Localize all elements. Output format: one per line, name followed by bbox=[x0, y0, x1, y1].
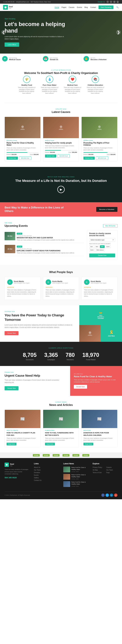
power-image-bottom: 🎗️ Join Now bbox=[79, 325, 122, 342]
nav-contact[interactable]: Contact bbox=[90, 6, 96, 8]
footer-link-4[interactable]: Gallery bbox=[34, 477, 59, 478]
footer-link-3[interactable]: Events bbox=[34, 474, 59, 476]
urgent-pretitle: Donate Now bbox=[5, 372, 65, 373]
explore-link-2[interactable]: Terms of Use bbox=[93, 472, 104, 474]
news-read-more-2[interactable]: Read More bbox=[83, 443, 93, 446]
top-bar-left: +1 34-245-03-09 info@SoolHart.com 567 Hu… bbox=[3, 1, 51, 3]
twitter-icon[interactable]: t bbox=[110, 0, 112, 3]
footer-link-1[interactable]: Our Team bbox=[34, 469, 59, 471]
cause-donate-btn-2[interactable]: Donate Now bbox=[83, 156, 95, 160]
explore-link-1[interactable]: Sit Map bbox=[93, 469, 104, 471]
news-article-title-2: DONATION IS HOPE FOR POOR HELPLESS CHILD… bbox=[83, 432, 115, 436]
cause-detail-btn-2[interactable]: $25,000 Goal bbox=[96, 156, 108, 160]
testimonial-stars-2: ★★★★★ bbox=[84, 286, 115, 288]
nav-home[interactable]: Home bbox=[55, 6, 59, 8]
footer-link-5[interactable]: Contact Us bbox=[34, 480, 59, 481]
cause-donate-btn-1[interactable]: Donate Now bbox=[45, 154, 56, 158]
power-donate-button[interactable]: Donate Now bbox=[5, 331, 19, 335]
cause-category-0: Education Cause bbox=[7, 140, 39, 141]
news-body-2: Donation DONATION IS HOPE FOR POOR HELPL… bbox=[82, 428, 117, 447]
hero-description: Lorem ipsum dolor sit amet adipiscing el… bbox=[5, 36, 66, 40]
cause-title-1: Helping hand for needy people bbox=[45, 142, 77, 144]
footer-google-icon[interactable]: g bbox=[114, 494, 117, 497]
hero-learn-more-button[interactable]: Learn More bbox=[5, 42, 19, 47]
linkedin-icon[interactable]: in bbox=[113, 0, 115, 3]
urgent-donate-button[interactable]: Donate Now bbox=[5, 386, 19, 390]
logo-text-container: Sool Hart bbox=[9, 6, 13, 9]
nav-causes[interactable]: Causes bbox=[69, 6, 74, 8]
event-desc-1: There are many variations of passages of… bbox=[17, 252, 75, 254]
footer-twitter-icon[interactable]: t bbox=[105, 494, 109, 497]
news-read-more-0[interactable]: Read More bbox=[7, 443, 17, 446]
cause-raised-2: Raised: $20,000 bbox=[83, 154, 93, 155]
footer-news-text-1: Raise Fund for Clean & Healthy Water 15 … bbox=[71, 474, 88, 480]
number-value-0: 8,705 bbox=[23, 352, 37, 358]
cta-volunteer-button[interactable]: Become a Volunteer bbox=[96, 207, 117, 212]
cause-progress-fill-2 bbox=[83, 152, 107, 153]
intro-label: A Little Introduction bbox=[5, 70, 117, 71]
footer-link-0[interactable]: About Us bbox=[34, 466, 59, 468]
explore-link-3[interactable]: Careers bbox=[106, 466, 117, 468]
numbers-section: Numbers Speak Everything 8,705 Successor… bbox=[0, 342, 122, 366]
hero-arrow-left[interactable]: ❮ bbox=[1, 30, 6, 34]
footer-news-image-0 bbox=[63, 466, 70, 472]
pillar-desc-1: There are many variations of passages of… bbox=[40, 86, 59, 94]
feature-text-0: Start Donating Medical Cause bbox=[9, 57, 21, 60]
number-item-1: 3,365 Campaigns bbox=[44, 352, 58, 360]
urgent-right-donate-button[interactable]: Donate Now bbox=[74, 385, 87, 389]
donate-amounts: $20 $40 $80 $100 $150 $500 above bbox=[89, 245, 115, 252]
news-read-more-1[interactable]: Read More bbox=[45, 443, 55, 446]
search-icon[interactable]: 🔍 bbox=[116, 6, 119, 9]
donate-now-button[interactable]: Donate Now bbox=[89, 254, 115, 257]
play-button[interactable]: ▶ bbox=[57, 186, 65, 193]
pillar-2: ❤️ Medical Care There are many variation… bbox=[63, 76, 82, 94]
footer-logo-text: Sool Hart bbox=[10, 463, 14, 466]
testimonial-author-info-0: Kevin Martin Web Designer from Spain bbox=[14, 280, 30, 284]
cause-donate-btn-0[interactable]: Donate Now bbox=[7, 156, 18, 160]
amount-100[interactable]: $100 bbox=[105, 245, 111, 248]
testimonial-card-2: K Kevin Martin Web Designer from Spain ★… bbox=[81, 277, 117, 300]
hero-title: Let's become a helping hand bbox=[5, 21, 66, 34]
footer-linkedin-icon[interactable]: in bbox=[110, 494, 113, 497]
cause-category-1: Medical Cause bbox=[45, 140, 77, 141]
cause-image-0 bbox=[5, 117, 40, 138]
amount-150[interactable]: $150 bbox=[89, 249, 95, 252]
donate-link[interactable]: Donate Us bbox=[98, 1, 105, 3]
donate-cause-select[interactable]: Select donation type bbox=[89, 238, 115, 242]
google-icon[interactable]: g bbox=[116, 0, 119, 3]
pillar-icon-3: 📚 bbox=[92, 76, 99, 83]
envato-badge-3: envato bbox=[63, 454, 69, 456]
explore-link-5[interactable]: Faqs bbox=[106, 472, 117, 474]
pillar-title-0: Healthy Food bbox=[18, 84, 36, 86]
urgent-title: Urgent Cause Need Help bbox=[5, 374, 65, 378]
news-category-1: Fundraising bbox=[45, 430, 77, 431]
hero-arrow-right[interactable]: ❯ bbox=[116, 30, 121, 34]
causes-title: Latest Causes bbox=[5, 110, 117, 114]
nav-events[interactable]: Events bbox=[77, 6, 82, 8]
footer-facebook-icon[interactable]: f bbox=[101, 494, 105, 497]
facebook-icon[interactable]: f bbox=[106, 0, 109, 3]
svg-point-3 bbox=[89, 332, 91, 334]
cause-image-2 bbox=[82, 117, 117, 138]
explore-link-4[interactable]: Our Team bbox=[106, 469, 117, 471]
power-content: SoolHart Now You have the Power Today to… bbox=[0, 305, 79, 342]
cta-banner: Best Way to Make a Difference in the Liv… bbox=[0, 202, 122, 217]
footer-news-image-1 bbox=[63, 474, 70, 480]
amount-40[interactable]: $40 bbox=[94, 245, 99, 248]
explore-link-0[interactable]: Privacy Policy bbox=[93, 466, 104, 468]
nav-blog[interactable]: Blog bbox=[84, 6, 88, 8]
nav-pages[interactable]: Pages bbox=[62, 6, 66, 8]
footer-link-2[interactable]: Donation bbox=[34, 472, 59, 474]
cause-progress-bar-0 bbox=[7, 152, 39, 153]
amount-500[interactable]: $500 above bbox=[95, 249, 105, 252]
cause-detail-btn-0[interactable]: $30,000 Goal bbox=[19, 156, 31, 160]
amount-20[interactable]: $20 bbox=[89, 245, 94, 248]
donate-button[interactable]: Start Donating bbox=[98, 6, 113, 9]
view-all-events-button[interactable]: View All Events bbox=[103, 224, 117, 228]
number-value-1: 3,365 bbox=[44, 352, 58, 358]
join-badge: Join Now bbox=[108, 335, 115, 337]
cause-category-2: Children Cause bbox=[83, 140, 115, 141]
amount-80[interactable]: $80 bbox=[100, 245, 105, 248]
event-item-1: 21 Oct 21 Oct 8 Hoang Yen 4th, New York … bbox=[5, 243, 84, 256]
cause-detail-btn-1[interactable]: $35,000 Goal bbox=[57, 154, 70, 158]
